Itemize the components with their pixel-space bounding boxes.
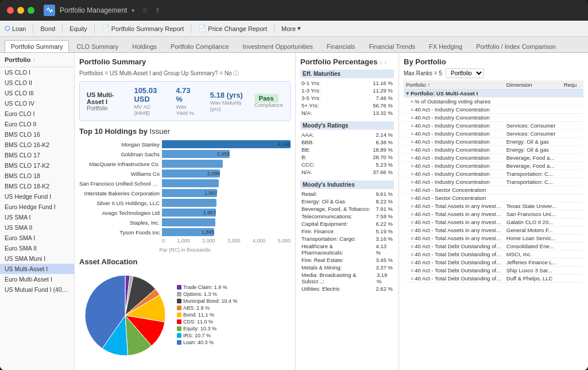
byport-table-row[interactable]: ≡40 Act - Total Debt Outstanding of Any …	[404, 250, 583, 259]
tab-financial-trends[interactable]: Financial Trends	[362, 40, 421, 52]
byport-cell-req	[562, 202, 583, 210]
sidebar-item-us-multi-asset[interactable]: US Multi-Asset I	[0, 264, 74, 274]
byport-table-row[interactable]: ≡40 Act - Total Debt Outstanding of Any …	[404, 275, 583, 283]
byport-table-row[interactable]: ≡40 Act - Industry ConcentrationBeverage…	[404, 154, 583, 162]
pct-row-value: 7.91 %	[376, 206, 393, 212]
star-icon[interactable]: ☆	[142, 6, 148, 14]
byport-table-row[interactable]: ≡% of Outstanding voting shares	[404, 98, 583, 106]
toolbar-pc-report[interactable]: 📄 Price Change Report	[198, 25, 267, 32]
byport-table-row[interactable]: ≡40 Act - Industry ConcentrationEnergy: …	[404, 146, 583, 154]
byport-cell-req	[562, 138, 583, 146]
minimize-button[interactable]	[17, 7, 24, 14]
close-button[interactable]	[7, 7, 14, 14]
sidebar-item-us-hedge-i[interactable]: US Hedge Fund I	[0, 191, 74, 202]
tab-compliance[interactable]: Portfolio Compliance	[164, 40, 235, 52]
pct-row-value: 5.19 %	[376, 228, 393, 234]
pct-row-label: B:	[301, 154, 307, 160]
sidebar-item-us-clo-i[interactable]: US CLO I	[0, 67, 74, 78]
pct-row-label: Utilities: Electric	[301, 286, 340, 292]
toolbar-ps-report[interactable]: 📄 Portfolio Summary Report	[102, 25, 184, 32]
byport-portfolio-select[interactable]: Portfolio	[446, 68, 484, 78]
byport-table-row[interactable]: ≡40 Act - Industry Concentration	[404, 106, 583, 114]
pct-sort-col1[interactable]: ↑	[380, 60, 382, 65]
sidebar-item-bms-clo-18k2[interactable]: BMS CLO 18-K2	[0, 181, 74, 191]
maximize-button[interactable]	[28, 7, 34, 14]
byport-table-row[interactable]: ≡40 Act - Industry Concentration	[404, 114, 583, 122]
tab-investment-opps[interactable]: Investment Opportunities	[237, 40, 319, 52]
byport-cell-req	[562, 186, 583, 194]
tab-portfolio-index[interactable]: Portfolio / Index Comparison	[470, 40, 562, 52]
byport-table-row[interactable]: ≡40 Act - Total Debt Outstanding of Any …	[404, 267, 583, 275]
byport-table-row[interactable]: ≡40 Act - Total Assets in any Investment…	[404, 234, 583, 242]
ps-metric-maturity: 5.18 (yrs) Wav Maturity (yrs)	[210, 91, 243, 112]
expand-icon[interactable]: ▾	[406, 90, 409, 97]
row-icon: ≡	[411, 155, 413, 161]
byport-table-row[interactable]: ≡40 Act - Industry ConcentrationServices…	[404, 130, 583, 138]
byport-table-row[interactable]: ≡40 Act - Sector Concentration	[404, 186, 583, 194]
app-icon	[44, 5, 55, 16]
byport-table-row[interactable]: ≡40 Act - Total Assets in any Investment…	[404, 218, 583, 226]
pct-row-value: 2.14 %	[376, 132, 393, 138]
byport-cell-text: ≡40 Act - Industry Concentration	[404, 122, 504, 130]
tab-fx-hedging[interactable]: FX Hedging	[423, 40, 469, 52]
byport-table-row[interactable]: ≡40 Act - Total Debt Outstanding of Any …	[404, 242, 583, 250]
sidebar-item-us-clo-ii[interactable]: US CLO II	[0, 78, 74, 88]
byport-table-row[interactable]: ≡40 Act - Industry ConcentrationTranspor…	[404, 170, 583, 178]
toolbar-loan[interactable]: ⬡ Loan	[5, 25, 26, 32]
sidebar-item-us-sma-ii[interactable]: US SMA II	[0, 222, 74, 233]
share-icon[interactable]: ⇧	[155, 7, 160, 14]
toolbar-equity[interactable]: Equity	[69, 25, 87, 32]
pct-sections: Eff. Maturities0-1 Yrs:11.16 %1-3 Yrs:11…	[300, 70, 394, 292]
sort-icon[interactable]: ↑	[33, 57, 36, 63]
byport-col-portfolio[interactable]: Portfolio ↑	[404, 80, 504, 90]
main-content: Portfolio ↑ US CLO I US CLO II US CLO II…	[0, 53, 588, 370]
byport-table-row[interactable]: ≡40 Act - Total Assets in any Investment…	[404, 210, 583, 218]
sidebar-item-us-clo-iv[interactable]: US CLO IV	[0, 98, 74, 109]
byport-table-row[interactable]: ≡40 Act - Sector Concentration	[404, 194, 583, 202]
sidebar-item-bms-clo-16k2[interactable]: BMS CLO 16-K2	[0, 140, 74, 150]
byport-cell-dimension: Beverage, Food a...	[504, 154, 562, 162]
tab-portfolio-summary[interactable]: Portfolio Summary	[5, 40, 69, 52]
byport-table-row[interactable]: ≡40 Act - Total Debt Outstanding of Any …	[404, 259, 583, 267]
sidebar-item-euro-hedge-i[interactable]: Euro Hedge Fund I	[0, 202, 74, 212]
sidebar-item-bms-clo-17[interactable]: BMS CLO 17	[0, 150, 74, 160]
title-dropdown[interactable]: ▾	[131, 7, 135, 14]
ps-card-name: US Multi-Asset I	[87, 91, 122, 105]
byport-table-row[interactable]: ≡40 Act - Total Assets in any Investment…	[404, 226, 583, 234]
sidebar-item-us-sma-i[interactable]: US SMA I	[0, 212, 74, 222]
sidebar-item-bms-clo-16[interactable]: BMS CLO 16	[0, 129, 74, 140]
sidebar-item-us-sma-muni[interactable]: US SMA Muni I	[0, 253, 74, 264]
title-bar: Portfolio Management ▾ ☆ ⇧	[0, 0, 588, 21]
row-icon: ≡	[411, 179, 413, 185]
sidebar-item-euro-multi-asset[interactable]: Euro Multi-Asset I	[0, 274, 74, 284]
byport-col-req[interactable]: Requ	[562, 80, 583, 90]
tab-clo-summary[interactable]: CLO Summary	[70, 40, 125, 52]
sidebar-item-euro-sma-ii[interactable]: Euro SMA II	[0, 243, 74, 253]
pct-sort-col2[interactable]: ↑	[384, 60, 387, 65]
pct-row: 3-5 Yrs:7.46 %	[300, 94, 394, 102]
sidebar-item-euro-clo-i[interactable]: Euro CLO I	[0, 109, 74, 119]
byport-table-row[interactable]: ≡40 Act - Industry ConcentrationServices…	[404, 122, 583, 130]
tab-holdings[interactable]: Holdings	[126, 40, 163, 52]
sidebar-item-euro-sma-i[interactable]: Euro SMA I	[0, 233, 74, 243]
byport-table-row[interactable]: ≡40 Act - Industry ConcentrationBeverage…	[404, 162, 583, 170]
tab-financials[interactable]: Financials	[320, 40, 362, 52]
pct-row-value: 11.16 %	[373, 80, 393, 86]
pct-title: Portfolio Percentages ↑ ↑	[300, 57, 394, 66]
sidebar-item-euro-clo-ii[interactable]: Euro CLO II	[0, 119, 74, 129]
bar-value: 1,997	[204, 190, 218, 196]
pie-dot	[177, 326, 181, 331]
toolbar-bond[interactable]: Bond	[40, 25, 55, 32]
byport-col-dimension[interactable]: Dimension	[504, 80, 562, 90]
sidebar-item-us-mutual-fund[interactable]: US Mutual Fund I (40act)	[0, 284, 74, 295]
sidebar-item-us-clo-iii[interactable]: US CLO III	[0, 88, 74, 98]
pct-row: B:28.70 %	[300, 153, 394, 161]
byport-table-row[interactable]: ≡40 Act - Total Assets in any Investment…	[404, 202, 583, 210]
toolbar-more[interactable]: More ▾	[281, 25, 301, 32]
bar-track	[162, 179, 291, 187]
sidebar-item-bms-clo-17k2[interactable]: BMS CLO 17-K2	[0, 160, 74, 171]
byport-table-row[interactable]: ≡40 Act - Industry ConcentrationEnergy: …	[404, 138, 583, 146]
byport-table-row[interactable]: ≡40 Act - Industry ConcentrationTranspor…	[404, 178, 583, 186]
sidebar-item-bms-clo-18[interactable]: BMS CLO 18	[0, 171, 74, 181]
pct-row-value: 4.13 %	[376, 243, 393, 256]
